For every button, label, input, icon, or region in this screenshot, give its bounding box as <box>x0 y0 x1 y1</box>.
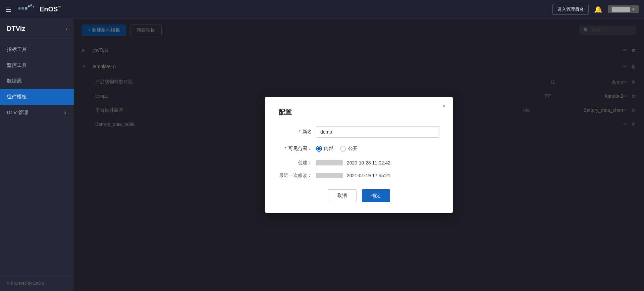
modified-user-blurred <box>316 173 343 178</box>
sidebar: DTViz › 指标工具 监控工具 数据源 组件模板 DTV 管理 ∨ © Po… <box>0 19 74 291</box>
sidebar-item-dtv-management-label: DTV 管理 <box>7 109 28 116</box>
modal-created-value: 2020-10-28 11:02:42 <box>316 160 390 165</box>
modal-name-label: * 新名 <box>278 129 312 135</box>
svg-point-1 <box>21 7 24 10</box>
sidebar-item-monitor-label: 监控工具 <box>7 62 27 68</box>
top-navigation: ☰ EnOS™ 进入管理后台 🔔 ██████ ▾ <box>0 0 644 19</box>
created-date: 2020-10-28 11:02:42 <box>347 160 390 165</box>
user-label: ██████ <box>612 7 630 12</box>
powered-by-label: © Powered by EnOS <box>7 281 44 286</box>
config-modal: 配置 × * 新名 * 可见范围： <box>265 97 453 213</box>
modal-name-label-text: 新名 <box>303 129 312 134</box>
sidebar-item-component-templates[interactable]: 组件模板 <box>0 89 74 105</box>
sidebar-item-dtv-management[interactable]: DTV 管理 ∨ <box>0 105 74 120</box>
modal-created-field: 创建： 2020-10-28 11:02:42 <box>278 160 439 166</box>
svg-point-3 <box>28 5 30 7</box>
modified-date: 2021-01-19 17:55:21 <box>347 173 390 178</box>
sidebar-item-metrics[interactable]: 指标工具 <box>0 42 74 57</box>
svg-point-5 <box>33 6 35 8</box>
modal-modified-value: 2021-01-19 17:55:21 <box>316 173 390 178</box>
radio-circle-internal <box>316 146 322 152</box>
chevron-down-icon: ▾ <box>632 7 635 12</box>
modal-visibility-field: * 可见范围： 内部 公开 <box>278 146 439 152</box>
modal-created-label: 创建： <box>278 160 312 166</box>
sidebar-footer: © Powered by EnOS <box>0 275 74 291</box>
radio-internal-label: 内部 <box>324 146 333 152</box>
bell-icon[interactable]: 🔔 <box>594 5 602 13</box>
admin-button[interactable]: 进入管理后台 <box>552 4 589 15</box>
required-star: * <box>299 129 301 134</box>
main-layout: DTViz › 指标工具 监控工具 数据源 组件模板 DTV 管理 ∨ © Po… <box>0 19 644 291</box>
radio-public-label: 公开 <box>348 146 358 152</box>
modal-name-field: * 新名 <box>278 126 439 138</box>
svg-point-4 <box>30 4 32 6</box>
content-area: + 新建组件模板 新建项目 🔍 ▶ jcwTest ✏ 🗑 ▼ <box>74 19 644 291</box>
modal-modified-field: 最近一次修改： 2021-01-19 17:55:21 <box>278 173 439 179</box>
modal-modified-label: 最近一次修改： <box>278 173 312 179</box>
sidebar-item-component-templates-label: 组件模板 <box>7 94 27 100</box>
sidebar-item-datasource[interactable]: 数据源 <box>0 73 74 89</box>
logo-text: EnOS™ <box>40 5 61 13</box>
sidebar-item-dtv-management-chevron: ∨ <box>64 110 67 115</box>
modal-radio-group: 内部 公开 <box>316 146 358 152</box>
modal-title: 配置 <box>278 108 439 117</box>
sidebar-item-metrics-label: 指标工具 <box>7 46 27 53</box>
sidebar-brand-chevron[interactable]: › <box>65 26 67 32</box>
modal-visibility-label-text: 可见范围： <box>288 146 312 151</box>
logo: EnOS™ <box>17 4 61 15</box>
menu-icon[interactable]: ☰ <box>5 5 11 13</box>
logo-dots <box>17 4 37 15</box>
sidebar-item-monitor[interactable]: 监控工具 <box>0 57 74 73</box>
radio-internal[interactable]: 内部 <box>316 146 333 152</box>
modal-overlay: 配置 × * 新名 * 可见范围： <box>74 19 644 291</box>
required-star: * <box>285 146 286 151</box>
cancel-button[interactable]: 取消 <box>328 189 357 202</box>
modal-visibility-label: * 可见范围： <box>278 146 312 152</box>
modal-close-button[interactable]: × <box>442 102 446 110</box>
sidebar-nav: 指标工具 监控工具 数据源 组件模板 DTV 管理 ∨ <box>0 39 74 275</box>
created-user-blurred <box>316 160 343 165</box>
sidebar-item-datasource-label: 数据源 <box>7 78 22 84</box>
radio-circle-public <box>340 146 346 152</box>
modal-footer: 取消 确定 <box>278 189 439 202</box>
user-avatar[interactable]: ██████ ▾ <box>608 5 639 13</box>
sidebar-brand: DTViz › <box>0 19 74 39</box>
radio-public[interactable]: 公开 <box>340 146 358 152</box>
confirm-button[interactable]: 确定 <box>362 189 390 202</box>
svg-point-2 <box>25 7 28 10</box>
sidebar-brand-label: DTViz <box>7 25 25 33</box>
svg-point-0 <box>18 7 21 10</box>
modal-name-input[interactable] <box>316 126 439 138</box>
topnav-right: 进入管理后台 🔔 ██████ ▾ <box>552 4 639 15</box>
